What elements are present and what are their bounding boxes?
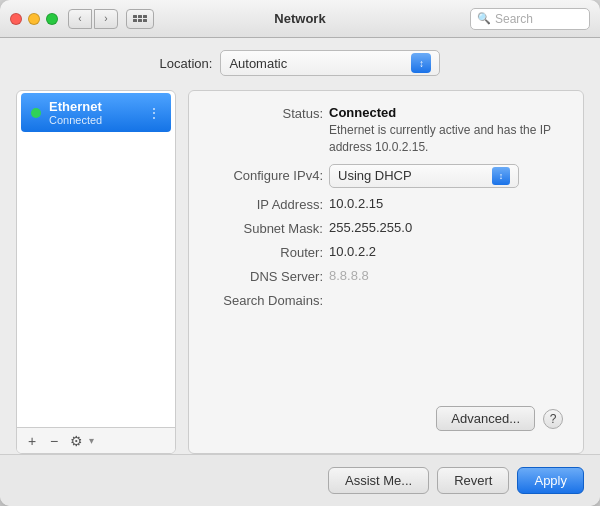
advanced-button[interactable]: Advanced... [436,406,535,431]
location-dropdown-arrow: ↕ [411,53,431,73]
dns-label: DNS Server: [209,268,329,284]
arrows-icon: ⋮ [147,105,161,121]
grid-button[interactable] [126,9,154,29]
sidebar: Ethernet Connected ⋮ + − ⚙ ▾ [16,90,176,454]
apply-button[interactable]: Apply [517,467,584,494]
maximize-button[interactable] [46,13,58,25]
window-title: Network [274,11,325,26]
traffic-lights [10,13,58,25]
advanced-row: Advanced... ? [209,406,563,431]
titlebar: ‹ › Network 🔍 Search [0,0,600,38]
content-area: Location: Automatic ↕ Ethernet Connected [0,38,600,454]
settings-button[interactable]: ⚙ [65,431,87,451]
subnet-label: Subnet Mask: [209,220,329,236]
minimize-button[interactable] [28,13,40,25]
assist-me-button[interactable]: Assist Me... [328,467,429,494]
search-domains-label: Search Domains: [209,292,329,308]
search-icon: 🔍 [477,12,491,25]
search-placeholder: Search [495,12,533,26]
ip-address-row: IP Address: 10.0.2.15 [209,196,563,212]
gear-chevron: ▾ [89,435,94,446]
help-button[interactable]: ? [543,409,563,429]
sidebar-item-ethernet[interactable]: Ethernet Connected ⋮ [21,93,171,132]
location-bar: Location: Automatic ↕ [16,50,584,76]
location-label: Location: [160,56,213,71]
location-select[interactable]: Automatic ↕ [220,50,440,76]
ip-label: IP Address: [209,196,329,212]
sidebar-list: Ethernet Connected ⋮ [17,91,175,427]
grid-icon [133,15,147,22]
status-label: Status: [209,105,329,121]
nav-buttons: ‹ › [68,9,118,29]
ipv4-select[interactable]: Using DHCP ↕ [329,164,519,188]
search-box[interactable]: 🔍 Search [470,8,590,30]
sidebar-item-name: Ethernet [49,99,102,114]
status-dot-green [31,108,41,118]
search-domains-row: Search Domains: [209,292,563,308]
revert-button[interactable]: Revert [437,467,509,494]
ip-value: 10.0.2.15 [329,196,563,211]
subnet-mask-row: Subnet Mask: 255.255.255.0 [209,220,563,236]
sidebar-item-status: Connected [49,114,102,126]
bottom-bar: Assist Me... Revert Apply [0,454,600,506]
configure-row: Configure IPv4: Using DHCP ↕ [209,164,563,188]
back-button[interactable]: ‹ [68,9,92,29]
detail-panel: Status: Connected Ethernet is currently … [188,90,584,454]
add-button[interactable]: + [21,431,43,451]
configure-label: Configure IPv4: [209,168,329,183]
network-window: ‹ › Network 🔍 Search Location: Automatic… [0,0,600,506]
router-label: Router: [209,244,329,260]
router-row: Router: 10.0.2.2 [209,244,563,260]
ipv4-select-value: Using DHCP [338,168,492,183]
dns-server-row: DNS Server: 8.8.8.8 [209,268,563,284]
sidebar-item-info: Ethernet Connected [49,99,102,126]
main-panel: Ethernet Connected ⋮ + − ⚙ ▾ Stat [16,90,584,454]
close-button[interactable] [10,13,22,25]
forward-button[interactable]: › [94,9,118,29]
sidebar-toolbar: + − ⚙ ▾ [17,427,175,453]
ipv4-dropdown-arrow: ↕ [492,167,510,185]
router-value: 10.0.2.2 [329,244,563,259]
status-row: Status: Connected Ethernet is currently … [209,105,563,156]
subnet-value: 255.255.255.0 [329,220,563,235]
remove-button[interactable]: − [43,431,65,451]
dns-value: 8.8.8.8 [329,268,563,283]
location-value: Automatic [229,56,411,71]
status-value-group: Connected Ethernet is currently active a… [329,105,551,156]
status-value: Connected [329,105,396,120]
status-description: Ethernet is currently active and has the… [329,122,551,156]
